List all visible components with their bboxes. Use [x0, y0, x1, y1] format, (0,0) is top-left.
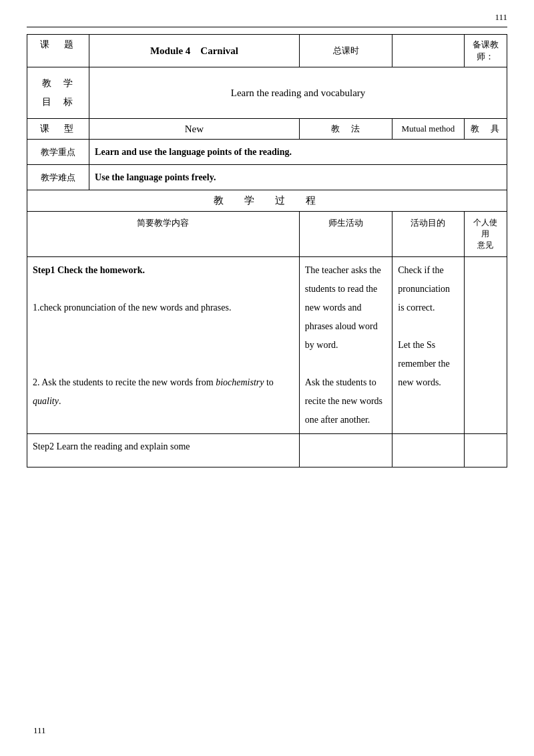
col3-header: 活动目的 — [392, 212, 464, 257]
module-title: Module 4 Carnival — [89, 35, 300, 67]
difficulties-row: 教学难点 Use the language points freely. — [27, 165, 507, 190]
step1-activity-2: Ask the students to recite the new words… — [305, 377, 382, 425]
ke-ti-label: 课 题 — [27, 35, 89, 67]
objective-label: 教 学目 标 — [27, 67, 89, 119]
step2-row: Step2 Learn the reading and explain some — [27, 434, 507, 467]
step1-notes — [464, 257, 507, 434]
step2-notes — [464, 434, 507, 467]
quality-word: quality — [33, 396, 59, 406]
ke-xing-label: 课 型 — [27, 119, 89, 140]
header-row: 课 题 Module 4 Carnival 总课时 备课教师： — [27, 35, 507, 67]
process-header-row: 教 学 过 程 — [27, 190, 507, 212]
step1-content: Step1 Check the homework. 1.check pronun… — [27, 257, 300, 434]
page-number-bottom: 111 — [33, 725, 46, 736]
bei-ke-label: 备课教师： — [464, 35, 507, 67]
step1-activity-1: The teacher asks the students to read th… — [305, 265, 381, 350]
key-points-label: 教学重点 — [27, 140, 89, 165]
biochemistry-word: biochemistry — [216, 377, 264, 387]
mutual-method-text: Mutual method — [402, 124, 455, 134]
zong-ke-shi-value — [392, 35, 464, 67]
main-table: 课 题 Module 4 Carnival 总课时 备课教师： 教 学目 标 L… — [27, 34, 507, 467]
col2-header: 师生活动 — [299, 212, 392, 257]
step1-title: Step1 Check the homework. — [33, 265, 145, 275]
step2-activity — [299, 434, 392, 467]
col1-header: 简要教学内容 — [27, 212, 300, 257]
process-header: 教 学 过 程 — [27, 190, 507, 212]
jiao-ju-label: 教 具 — [464, 119, 507, 140]
table-col-headers: 简要教学内容 师生活动 活动目的 个人使用意见 — [27, 212, 507, 257]
zong-ke-shi-label: 总课时 — [299, 35, 392, 67]
jiao-fa-value: Mutual method — [392, 119, 464, 140]
key-points-content: Learn and use the language points of the… — [89, 140, 507, 165]
step1-point1: 1.check pronunciation of the new words a… — [33, 303, 231, 313]
step1-activity: The teacher asks the students to read th… — [299, 257, 392, 434]
col4-header: 个人使用意见 — [464, 212, 507, 257]
step2-purpose — [392, 434, 464, 467]
step1-purpose: Check if the pronunciation is correct. L… — [392, 257, 464, 434]
type-row: 课 型 New 教 法 Mutual method 教 具 — [27, 119, 507, 140]
objective-row: 教 学目 标 Learn the reading and vocabulary — [27, 67, 507, 119]
step1-purpose-2: Let the Ss remember the new words. — [398, 340, 449, 387]
step1-point2: 2. Ask the students to recite the new wo… — [33, 377, 274, 406]
objective-content: Learn the reading and vocabulary — [89, 67, 507, 119]
step1-purpose-1: Check if the pronunciation is correct. — [398, 265, 450, 313]
page-number-top: 111 — [0, 0, 534, 27]
difficulties-label: 教学难点 — [27, 165, 89, 190]
step1-row: Step1 Check the homework. 1.check pronun… — [27, 257, 507, 434]
jiao-fa-label: 教 法 — [299, 119, 392, 140]
key-points-row: 教学重点 Learn and use the language points o… — [27, 140, 507, 165]
ke-xing-value: New — [89, 119, 300, 140]
difficulties-content: Use the language points freely. — [89, 165, 507, 190]
step2-content: Step2 Learn the reading and explain some — [27, 434, 300, 467]
